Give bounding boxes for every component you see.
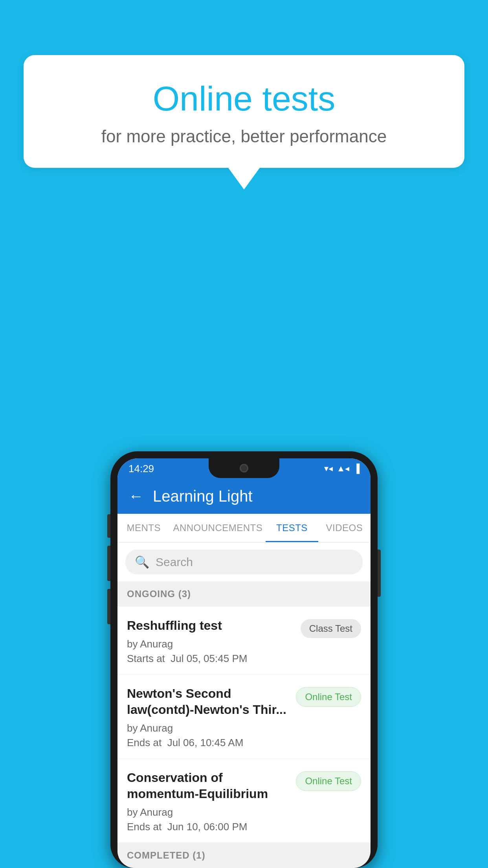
back-arrow-icon[interactable]: ←: [128, 488, 143, 505]
test-name-3: Conservation of momentum-Equilibrium: [127, 770, 290, 802]
phone-button-right: [378, 550, 381, 597]
search-placeholder: Search: [156, 555, 193, 569]
ongoing-section-header: ONGOING (3): [117, 581, 371, 607]
status-time: 14:29: [128, 463, 154, 475]
test-item-1[interactable]: Reshuffling test by Anurag Starts at Jul…: [117, 607, 371, 675]
battery-icon: ▐: [353, 463, 360, 474]
phone-button-left3: [107, 589, 110, 624]
speech-bubble-tail: [228, 168, 260, 189]
search-bar[interactable]: 🔍 Search: [125, 550, 363, 574]
phone-wrapper: 14:29 ▾◂ ▲◂ ▐ ← Learning Light MENTS ANN…: [110, 451, 378, 868]
test-author-3: by Anurag: [127, 806, 290, 818]
phone-button-left1: [107, 514, 110, 538]
phone-outer: 14:29 ▾◂ ▲◂ ▐ ← Learning Light MENTS ANN…: [110, 451, 378, 868]
completed-section-header: COMPLETED (1): [117, 843, 371, 868]
phone-camera: [240, 464, 248, 473]
speech-bubble: Online tests for more practice, better p…: [24, 55, 464, 168]
phone-button-left2: [107, 546, 110, 581]
search-container: 🔍 Search: [117, 542, 371, 581]
test-badge-1: Class Test: [301, 619, 361, 638]
test-name-2: Newton's Second law(contd)-Newton's Thir…: [127, 686, 290, 718]
test-time-1: Starts at Jul 05, 05:45 PM: [127, 653, 294, 665]
search-icon: 🔍: [135, 555, 149, 569]
test-item-3[interactable]: Conservation of momentum-Equilibrium by …: [117, 759, 371, 843]
test-badge-3: Online Test: [296, 771, 361, 791]
signal-icon: ▲◂: [337, 463, 350, 474]
tab-ments[interactable]: MENTS: [117, 514, 170, 542]
speech-bubble-title: Online tests: [47, 79, 441, 119]
test-item-2[interactable]: Newton's Second law(contd)-Newton's Thir…: [117, 675, 371, 759]
phone-notch: [209, 458, 279, 478]
tabs-container: MENTS ANNOUNCEMENTS TESTS VIDEOS: [117, 514, 371, 542]
speech-bubble-subtitle: for more practice, better performance: [47, 127, 441, 146]
test-author-2: by Anurag: [127, 722, 290, 734]
test-author-1: by Anurag: [127, 638, 294, 650]
test-info-3: Conservation of momentum-Equilibrium by …: [127, 770, 290, 833]
test-name-1: Reshuffling test: [127, 618, 294, 634]
phone-screen: 14:29 ▾◂ ▲◂ ▐ ← Learning Light MENTS ANN…: [117, 458, 371, 868]
app-title: Learning Light: [153, 487, 253, 505]
test-badge-2: Online Test: [296, 687, 361, 707]
wifi-icon: ▾◂: [324, 463, 333, 474]
tab-videos[interactable]: VIDEOS: [318, 514, 371, 542]
tab-tests[interactable]: TESTS: [266, 514, 318, 542]
app-header: ← Learning Light: [117, 479, 371, 514]
test-time-2: Ends at Jul 06, 10:45 AM: [127, 737, 290, 749]
test-time-3: Ends at Jun 10, 06:00 PM: [127, 821, 290, 833]
tab-announcements[interactable]: ANNOUNCEMENTS: [170, 514, 266, 542]
test-info-2: Newton's Second law(contd)-Newton's Thir…: [127, 686, 290, 749]
status-icons: ▾◂ ▲◂ ▐: [324, 463, 360, 474]
test-info-1: Reshuffling test by Anurag Starts at Jul…: [127, 618, 294, 665]
speech-bubble-container: Online tests for more practice, better p…: [24, 55, 464, 189]
